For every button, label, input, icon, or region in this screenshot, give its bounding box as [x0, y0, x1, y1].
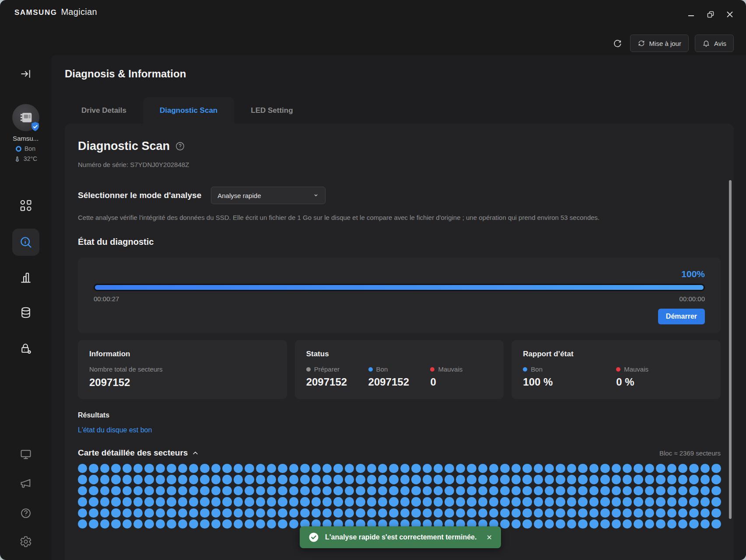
nav-help[interactable] — [0, 507, 51, 519]
progress-bar-fill — [95, 285, 704, 290]
good-value: 2097152 — [368, 376, 431, 388]
sector-dot — [678, 486, 687, 495]
page-title: Diagnosis & Information — [65, 68, 186, 80]
sector-dot — [678, 508, 687, 518]
bell-icon — [702, 39, 710, 47]
sector-dot — [489, 497, 498, 506]
sector-dot — [623, 508, 632, 518]
vertical-scrollbar[interactable] — [729, 180, 732, 519]
sector-dot — [367, 486, 376, 495]
sector-dot — [434, 486, 443, 495]
sector-dot — [678, 497, 687, 506]
sector-dot — [689, 497, 698, 506]
notice-button[interactable]: Avis — [695, 35, 734, 52]
sector-dot — [156, 497, 165, 506]
report-good: Bon 100 % — [523, 365, 616, 388]
sector-dot — [211, 497, 221, 506]
tab-diagnostic-scan[interactable]: Diagnostic Scan — [143, 97, 234, 124]
sector-dot — [144, 508, 154, 518]
sector-dot — [578, 486, 587, 495]
sector-dot — [689, 464, 698, 473]
sector-dot — [400, 475, 410, 484]
sector-dot — [445, 464, 454, 473]
sector-dot — [111, 508, 120, 518]
update-button-label: Mise à jour — [649, 40, 681, 47]
tab-drive-details[interactable]: Drive Details — [65, 97, 143, 124]
scan-mode-select[interactable]: Analyse rapide — [211, 187, 326, 204]
sector-dot — [278, 497, 287, 506]
help-icon — [20, 507, 32, 519]
temperature-label: 32°C — [24, 155, 37, 162]
sector-dot — [400, 497, 410, 506]
drive-health: Bon — [16, 145, 35, 152]
sector-dot — [534, 508, 543, 518]
sector-dot — [234, 464, 243, 473]
restore-button[interactable] — [704, 9, 717, 20]
update-button[interactable]: Mise à jour — [630, 35, 689, 52]
sector-dot — [678, 475, 687, 484]
sector-dot — [589, 497, 599, 506]
start-button[interactable]: Démarrer — [658, 309, 705, 324]
sector-dot — [612, 486, 621, 495]
sector-dot — [156, 486, 165, 495]
sector-dot — [245, 486, 254, 495]
nav-diagnosis-active[interactable] — [0, 229, 51, 256]
sector-dot — [367, 475, 376, 484]
sector-dot — [100, 508, 109, 518]
sector-dot — [189, 508, 198, 518]
tab-led-setting[interactable]: LED Setting — [234, 97, 309, 124]
sector-dot — [245, 508, 254, 518]
sector-map-header[interactable]: Carte détaillée des secteurs — [78, 448, 199, 458]
progress-card: 100% 00:00:27 00:00:00 Démarrer — [78, 257, 721, 333]
sector-dot — [267, 508, 276, 518]
nav-performance[interactable] — [0, 271, 51, 284]
drive-avatar[interactable]: Samsu... Bon 32°C — [0, 104, 51, 162]
sector-dot — [656, 497, 665, 506]
sector-dot — [700, 475, 710, 484]
sector-dot — [312, 464, 321, 473]
sector-dot — [256, 497, 265, 506]
nav-dashboard[interactable] — [0, 199, 51, 212]
sector-dot — [467, 464, 476, 473]
sector-dot — [89, 497, 98, 506]
sector-dot — [245, 497, 254, 506]
refresh-button[interactable] — [611, 37, 624, 50]
sector-dot — [234, 508, 243, 518]
sector-dot — [411, 508, 420, 518]
sector-dot — [356, 486, 365, 495]
sector-dot — [612, 508, 621, 518]
chevron-up-icon — [192, 450, 199, 456]
nav-security[interactable] — [0, 342, 51, 355]
sector-map-heading: Carte détaillée des secteurs — [78, 448, 188, 458]
sidebar-collapse-button[interactable] — [0, 68, 51, 80]
minimize-button[interactable] — [685, 9, 698, 20]
sector-dot — [144, 497, 154, 506]
sector-dot — [623, 475, 632, 484]
results-value[interactable]: L'état du disque est bon — [78, 426, 721, 434]
close-button[interactable] — [723, 9, 736, 20]
sector-dot — [211, 519, 221, 529]
sector-dot — [589, 486, 599, 495]
sector-dot — [456, 475, 465, 484]
nav-announcements[interactable] — [0, 477, 51, 490]
sector-dot — [445, 486, 454, 495]
toast-close-icon[interactable]: ✕ — [486, 533, 492, 542]
sync-icon — [637, 39, 645, 47]
nav-system[interactable] — [0, 448, 51, 460]
sector-dot — [200, 519, 209, 529]
nav-settings[interactable] — [0, 536, 51, 548]
good-label: Bon — [376, 365, 388, 373]
sector-dot — [556, 475, 565, 484]
mode-description: Cette analyse vérifie l'intégrité des do… — [78, 214, 721, 221]
nav-data-management[interactable] — [0, 306, 51, 319]
sector-dot — [700, 519, 710, 529]
ssd-image — [12, 104, 39, 131]
gear-icon — [20, 536, 32, 548]
sector-dot — [333, 464, 343, 473]
sector-dot — [400, 486, 410, 495]
sector-dot — [711, 475, 721, 484]
sector-dot — [123, 497, 132, 506]
scan-help-icon[interactable] — [175, 141, 185, 151]
sector-dot — [278, 475, 287, 484]
sector-dot — [700, 486, 710, 495]
